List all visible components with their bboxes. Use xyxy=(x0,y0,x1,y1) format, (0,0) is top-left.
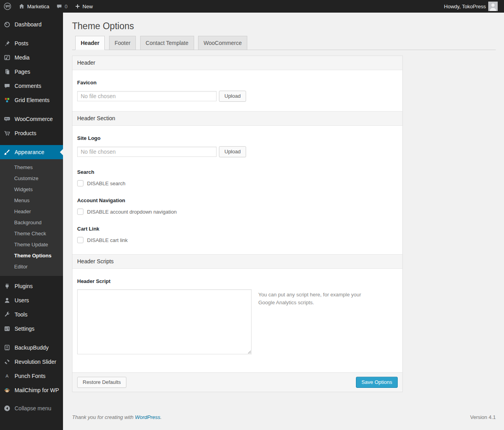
grid-elements-icon xyxy=(3,96,11,104)
sidebar-item-dashboard[interactable]: Dashboard xyxy=(0,17,63,32)
sidebar-item-label: Revolution Slider xyxy=(15,358,56,365)
sidebar-item-label: Punch Fonts xyxy=(15,372,46,380)
theme-options-panel: Header Favicon Upload Header Section Sit… xyxy=(72,56,403,392)
tab-contact-template[interactable]: Contact Template xyxy=(140,36,194,50)
section-header-scripts-body: Header Script You can put any script her… xyxy=(72,269,402,372)
sidebar-item-backupbuddy[interactable]: BackupBuddy xyxy=(0,341,63,355)
footer-thanks: Thank you for creating with WordPress. xyxy=(72,414,162,420)
comments-icon xyxy=(3,82,11,90)
dashboard-icon xyxy=(3,20,11,28)
plug-icon xyxy=(3,282,11,290)
site-logo-upload-button[interactable]: Upload xyxy=(219,146,246,157)
submenu-item-background[interactable]: Background xyxy=(0,217,63,228)
disable-account-nav-checkbox[interactable] xyxy=(77,208,83,215)
sidebar-item-products[interactable]: Products xyxy=(0,126,63,140)
plus-icon xyxy=(75,4,80,9)
sidebar-item-label: Comments xyxy=(15,82,41,89)
wordpress-menu[interactable] xyxy=(0,0,15,13)
sidebar-item-posts[interactable]: Posts xyxy=(0,36,63,50)
main-content: Theme Options Header Footer Contact Temp… xyxy=(63,13,504,428)
collapse-menu-button[interactable]: Collapse menu xyxy=(0,401,63,415)
new-label: New xyxy=(83,4,93,9)
menu-separator xyxy=(0,336,63,341)
backupbuddy-icon xyxy=(3,344,11,352)
sidebar-item-mailchimp[interactable]: MailChimp for WP xyxy=(0,383,63,397)
disable-account-nav-text: DISABLE account dropdown navigation xyxy=(87,209,177,215)
sidebar-item-punch-fonts[interactable]: A Punch Fonts xyxy=(0,369,63,383)
submenu-item-theme-update[interactable]: Theme Update xyxy=(0,239,63,250)
svg-text:A: A xyxy=(6,373,9,378)
sidebar-item-label: WooCommerce xyxy=(15,115,53,123)
home-icon xyxy=(19,3,25,9)
admin-bar-left: Marketica 0 New xyxy=(0,0,96,13)
sidebar-item-label: Dashboard xyxy=(15,21,42,28)
admin-sidebar: Dashboard Posts Media Pages Comments Gri… xyxy=(0,13,63,430)
menu-separator xyxy=(0,32,63,36)
disable-search-text: DISABLE search xyxy=(87,181,126,186)
section-header-body: Favicon Upload xyxy=(72,70,402,111)
favicon-upload-button[interactable]: Upload xyxy=(219,91,246,102)
brush-icon xyxy=(3,148,11,156)
disable-cart-link-checkbox[interactable] xyxy=(77,237,83,243)
sidebar-item-label: Pages xyxy=(15,68,30,75)
tab-header[interactable]: Header xyxy=(75,36,105,50)
sidebar-item-label: Products xyxy=(15,130,36,137)
submenu-item-theme-check[interactable]: Theme Check xyxy=(0,228,63,239)
settings-sliders-icon xyxy=(3,325,11,333)
restore-defaults-button[interactable]: Restore Defaults xyxy=(77,377,126,388)
submenu-item-theme-options[interactable]: Theme Options xyxy=(0,250,63,261)
tab-footer[interactable]: Footer xyxy=(109,36,136,50)
sidebar-item-tools[interactable]: Tools xyxy=(0,307,63,322)
submenu-item-editor[interactable]: Editor xyxy=(0,261,63,272)
submenu-item-header[interactable]: Header xyxy=(0,206,63,217)
header-script-textarea[interactable] xyxy=(77,289,252,354)
version-label: Version 4.1 xyxy=(470,414,496,420)
mailchimp-monkey-icon xyxy=(3,386,11,394)
new-content-menu[interactable]: New xyxy=(71,0,96,13)
disable-cart-link-text: DISABLE cart link xyxy=(87,237,128,243)
favicon-upload-row: Upload xyxy=(77,91,398,102)
sidebar-item-woocommerce[interactable]: Woo WooCommerce xyxy=(0,112,63,126)
admin-bar: Marketica 0 New Howdy, TokoPress xyxy=(0,0,504,13)
sidebar-item-label: Appearance xyxy=(15,149,44,156)
favicon-file-input[interactable] xyxy=(77,91,217,101)
sidebar-item-media[interactable]: Media xyxy=(0,50,63,65)
submenu-item-widgets[interactable]: Widgets xyxy=(0,184,63,195)
site-logo-upload-row: Upload xyxy=(77,146,398,157)
sidebar-item-users[interactable]: Users xyxy=(0,293,63,307)
submenu-item-menus[interactable]: Menus xyxy=(0,195,63,206)
sidebar-item-label: Grid Elements xyxy=(15,97,50,104)
sidebar-item-label: MailChimp for WP xyxy=(15,387,59,394)
wordpress-link[interactable]: WordPress xyxy=(135,414,160,420)
comments-menu[interactable]: 0 xyxy=(53,0,71,13)
sidebar-item-grid-elements[interactable]: Grid Elements xyxy=(0,93,63,107)
collapse-menu-label: Collapse menu xyxy=(15,405,51,412)
disable-search-checkbox[interactable] xyxy=(77,180,83,186)
tab-woocommerce[interactable]: WooCommerce xyxy=(198,36,247,50)
sidebar-item-appearance[interactable]: Appearance xyxy=(0,145,63,159)
sidebar-item-plugins[interactable]: Plugins xyxy=(0,279,63,293)
site-logo-file-input[interactable] xyxy=(77,147,217,157)
collapse-arrow-icon xyxy=(3,404,11,412)
cart-icon xyxy=(3,129,11,137)
sidebar-item-revolution-slider[interactable]: Revolution Slider xyxy=(0,355,63,369)
section-header-section-bar: Header Section xyxy=(72,111,402,126)
menu-separator xyxy=(0,276,63,279)
avatar xyxy=(488,2,498,11)
site-name-label: Marketica xyxy=(27,4,49,9)
submenu-item-customize[interactable]: Customize xyxy=(0,173,63,184)
sidebar-item-comments[interactable]: Comments xyxy=(0,79,63,93)
wrench-icon xyxy=(3,311,11,318)
save-options-button[interactable]: Save Options xyxy=(356,377,398,388)
sidebar-item-label: Settings xyxy=(15,325,35,332)
wordpress-logo-icon xyxy=(4,2,11,10)
footer-thanks-text: Thank you for creating with xyxy=(72,414,135,420)
sidebar-item-pages[interactable]: Pages xyxy=(0,65,63,79)
account-navigation-label: Account Navigation xyxy=(77,197,398,203)
sidebar-item-label: Plugins xyxy=(15,283,33,290)
refresh-arrows-icon xyxy=(3,358,11,366)
site-name-menu[interactable]: Marketica xyxy=(15,0,53,13)
account-menu[interactable]: Howdy, TokoPress xyxy=(441,0,501,13)
sidebar-item-settings[interactable]: Settings xyxy=(0,322,63,336)
submenu-item-themes[interactable]: Themes xyxy=(0,162,63,173)
